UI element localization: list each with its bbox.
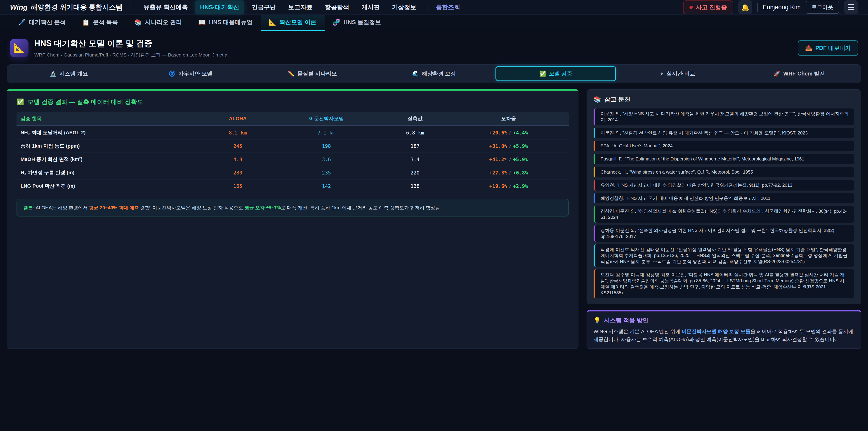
verification-table: 검증 항목ALOHA이문진박사모델실측값오차율 NH₃ 최대 도달거리 (AEG… xyxy=(17,112,569,192)
cell-lee-model: 7.1 km xyxy=(271,126,381,140)
open-book-icon: 📖 xyxy=(198,19,206,26)
reference-text: 장하용·이문진 외, "신속한 의사결정을 위한 HNS 사고이력관리시스템 설… xyxy=(600,227,849,240)
bell-icon: 🔔 xyxy=(741,3,749,11)
tab[interactable]: 🚀 WRF-Chem 발전 xyxy=(739,66,860,81)
lightning-icon: ⚡ xyxy=(660,70,664,77)
main-nav-item-label: 항공탐색 xyxy=(325,3,349,11)
incident-badge-label: 사고 진행중 xyxy=(696,3,727,11)
subnav-item-label: 시나리오 관리 xyxy=(145,18,182,26)
reference-item: 이문진 외, "친환경 선박연료 해양 유출 시 대기확산 특성 연구 — 암모… xyxy=(594,128,854,138)
tab[interactable]: 🌀 가우시안 모델 xyxy=(130,66,251,81)
model-verification-panel: ✅ 모델 검증 결과 — 실측 데이터 대비 정확도 검증 항목ALOHA이문진… xyxy=(7,89,579,349)
reference-item: 이문진 외, "해양 HNS 사고 시 대기확산 예측을 위한 가우시안 모델의… xyxy=(594,109,854,125)
reference-text: 이문진 외, "해양 HNS 사고 시 대기확산 예측을 위한 가우시안 모델의… xyxy=(600,111,849,123)
application-body: WING 시스템은 기본 ALOHA 엔진 위에 이문진박사모델 해양 보정 모… xyxy=(594,328,854,343)
reference-item: 장하용·이문진 외, "신속한 의사결정을 위한 HNS 사고이력관리시스템 설… xyxy=(594,225,854,242)
clipboard-icon: 📋 xyxy=(82,19,90,26)
cell-error-rate: +41.2%/+5.9% xyxy=(448,153,568,166)
main-nav-item[interactable]: 항공탐색 xyxy=(320,0,354,14)
reference-item: 김창겸·이문진 외, "해양산업시설 배출 위험유해물질(HNS)의 해양확산 … xyxy=(594,206,854,223)
header-divider xyxy=(757,3,758,12)
cell-aloha: 245 xyxy=(204,140,271,153)
reference-item: 유영현, "HNS 재난사고에 대한 해양경찰의 대응 방안", 한국위기관리논… xyxy=(594,180,854,190)
reference-text: 해양경찰청, "HNS 사고 국가 대비 대응 체제 선진화 방안 연구용역 최… xyxy=(600,195,771,202)
table-row: LNG Pool 확산 직경 (m) 165 142 138 +19.6%/+2… xyxy=(17,180,569,193)
subnav-item-label: HNS 물질정보 xyxy=(343,18,381,26)
cell-lee-model: 198 xyxy=(271,140,381,153)
download-tray-icon: 📥 xyxy=(805,45,812,51)
table-body: NH₃ 최대 도달거리 (AEGL-2) 8.2 km 7.1 km 6.8 k… xyxy=(17,126,569,193)
cell-item: 풍하 1km 지점 농도 (ppm) xyxy=(17,140,204,153)
pdf-export-button[interactable]: 📥 PDF 내보내기 xyxy=(798,40,858,56)
subnav-item[interactable]: 📖 HNS 대응매뉴얼 xyxy=(190,15,260,31)
cell-lee-model: 3.6 xyxy=(271,153,381,166)
subnav-item[interactable]: 📐 확산모델 이론 xyxy=(260,15,324,31)
tab[interactable]: ✅ 모델 검증 xyxy=(495,66,616,81)
reference-item: Charnock, H., "Wind stress on a water su… xyxy=(594,167,854,177)
table-row: NH₃ 최대 도달거리 (AEGL-2) 8.2 km 7.1 km 6.8 k… xyxy=(17,126,569,140)
tab[interactable]: ⚡ 실시간 비교 xyxy=(617,66,738,81)
main-nav-item[interactable]: 기상정보 xyxy=(387,0,421,14)
reference-item: Pasquill, F., "The Estimation of the Dis… xyxy=(594,154,854,164)
application-title-text: 시스템 적용 방안 xyxy=(604,316,648,324)
notifications-button[interactable]: 🔔 xyxy=(738,0,752,14)
books-icon: 📚 xyxy=(594,96,601,103)
tab[interactable]: ✏️ 물질별 시나리오 xyxy=(252,66,373,81)
tab-label: 가우시안 모델 xyxy=(178,70,213,77)
tab[interactable]: 🌊 해양환경 보정 xyxy=(374,66,494,81)
cell-aloha: 165 xyxy=(204,180,271,193)
subnav-item[interactable]: 🧬 HNS 물질정보 xyxy=(324,15,389,31)
verification-title-text: 모델 검증 결과 — 실측 데이터 대비 정확도 xyxy=(28,98,143,106)
main-nav-item[interactable]: 통합조회 xyxy=(424,0,465,14)
menu-button[interactable] xyxy=(844,0,858,14)
cell-measured: 3.4 xyxy=(381,153,448,166)
page-head: 📐 HNS 대기확산 모델 이론 및 검증 WRF-Chem · Gaussia… xyxy=(0,31,868,63)
reference-item: 해양경찰청, "HNS 사고 국가 대비 대응 체제 선진화 방안 연구용역 최… xyxy=(594,193,854,204)
tab-label: WRF-Chem 발전 xyxy=(783,70,825,77)
subnav-item[interactable]: 🖊️ 대기확산 분석 xyxy=(10,15,74,31)
cell-item: H₂ 가연성 구름 반경 (m) xyxy=(17,166,204,180)
incident-dot-icon xyxy=(689,6,693,9)
subnav-item-label: 확산모델 이론 xyxy=(279,18,316,26)
cell-error-rate: +27.3%/+6.8% xyxy=(448,166,568,180)
main-nav-item[interactable]: 긴급구난 xyxy=(247,0,281,14)
tab-label: 모델 검증 xyxy=(549,70,572,77)
reference-text: EPA, "ALOHA User's Manual", 2024 xyxy=(600,143,673,149)
main-nav-item[interactable]: 보고자료 xyxy=(283,0,318,14)
main-content: ✅ 모델 검증 결과 — 실측 데이터 대비 정확도 검증 항목ALOHA이문진… xyxy=(0,83,868,349)
logout-button[interactable]: 로그아웃 xyxy=(806,1,839,14)
tab-label: 물질별 시나리오 xyxy=(298,70,337,77)
incident-status-badge[interactable]: 사고 진행중 xyxy=(683,0,733,14)
cell-error-rate: +19.6%/+2.9% xyxy=(448,180,568,193)
tab-label: 시스템 개요 xyxy=(59,70,88,77)
cell-aloha: 280 xyxy=(204,166,271,180)
main-nav-item[interactable]: 게시판 xyxy=(356,0,385,14)
cell-aloha: 8.2 km xyxy=(204,126,271,140)
tab[interactable]: 🔬 시스템 개요 xyxy=(8,66,129,81)
main-nav-item[interactable]: 유출유 확산예측 xyxy=(138,0,193,14)
reference-item: 오진덕·김주영·이득재·김용명·최훈·이문진, "다항목 HNS 데이터의 실시… xyxy=(594,269,854,298)
main-nav-item[interactable]: HNS·대기확산 xyxy=(195,0,244,14)
main-nav: 유출유 확산예측 HNS·대기확산 긴급구난 보고자료 항공탐색 게시판 기상정… xyxy=(138,0,465,14)
right-column: 📚 참고 문헌 이문진 외, "해양 HNS 사고 시 대기확산 예측을 위한 … xyxy=(587,89,861,349)
cell-measured: 220 xyxy=(381,166,448,180)
microscope-icon: 🔬 xyxy=(50,70,56,77)
theory-tab-bar: 🔬 시스템 개요 🌀 가우시안 모델 ✏️ 물질별 시나리오 🌊 해양환경 보정… xyxy=(7,64,861,83)
verification-panel-title: ✅ 모델 검증 결과 — 실측 데이터 대비 정확도 xyxy=(17,98,569,106)
subnav-item[interactable]: 📋 분석 목록 xyxy=(74,15,126,31)
reference-text: Charnock, H., "Wind stress on a water su… xyxy=(600,169,753,175)
wave-icon: 🌊 xyxy=(412,70,419,77)
top-header: Wing 해양환경 위기대응 통합시스템 유출유 확산예측 HNS·대기확산 긴… xyxy=(0,0,868,15)
reference-text: 박경애·이진호·박재진·김태성·이문진, "인공위성 원격탐사 기반 AI 활용… xyxy=(600,247,849,265)
conclusion-note: 결론: ALOHA는 해양 환경에서 평균 20~40% 과대 예측 경향. 이… xyxy=(17,199,569,217)
sub-nav: 🖊️ 대기확산 분석 📋 분석 목록 📚 시나리오 관리 📖 HNS 대응매뉴얼… xyxy=(0,15,868,31)
pen-icon: 🖊️ xyxy=(18,19,26,26)
subnav-item-label: 대기확산 분석 xyxy=(29,18,66,26)
cell-lee-model: 235 xyxy=(271,166,381,180)
main-nav-item-label: HNS·대기확산 xyxy=(200,3,239,11)
references-title: 📚 참고 문헌 xyxy=(594,95,854,103)
tab-label: 실시간 비교 xyxy=(666,70,695,77)
column-header: 오차율 xyxy=(448,112,568,126)
subnav-item[interactable]: 📚 시나리오 관리 xyxy=(126,15,190,31)
triangular-ruler-icon: 📐 xyxy=(269,19,276,26)
